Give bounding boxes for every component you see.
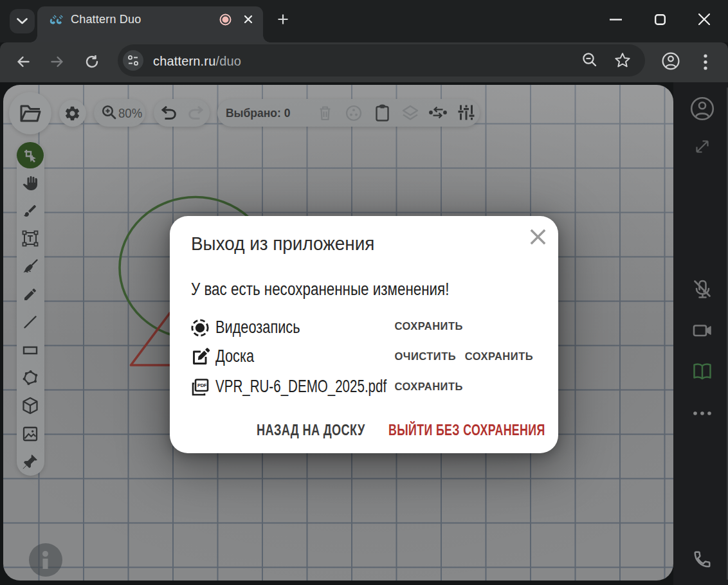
svg-text:PDF: PDF (197, 382, 207, 388)
